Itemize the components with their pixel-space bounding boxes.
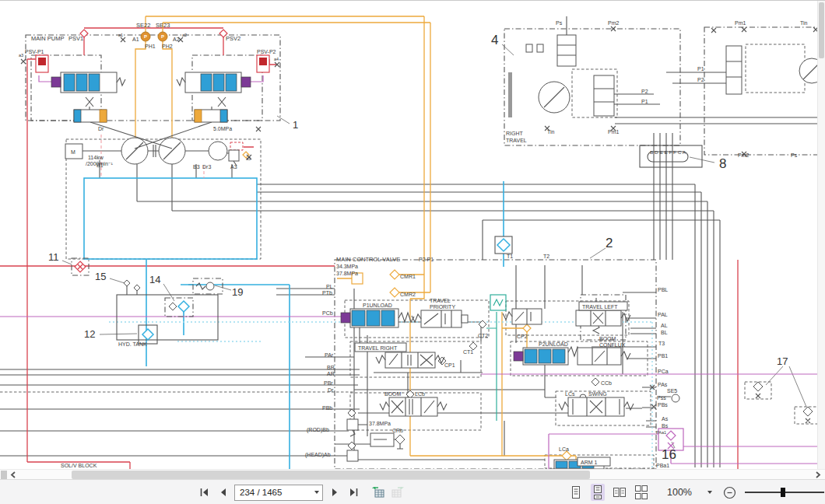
label-p2p1: P2 P1: [419, 257, 434, 262]
label-343mpa: 34.3MPa: [336, 264, 358, 269]
callout-8: 8: [719, 156, 726, 171]
label-al: AL: [661, 323, 668, 328]
label-ph2: PH2: [162, 44, 173, 49]
page-navigation-cluster: [197, 480, 404, 504]
label-se23: SE23: [156, 22, 170, 29]
label-main-pump: MAIN PUMP: [31, 35, 65, 42]
callout-14: 14: [149, 274, 160, 285]
next-view-button[interactable]: [390, 484, 404, 501]
label-right-travel-1: RIGHT: [506, 131, 524, 136]
label-p1-lt: P1: [697, 66, 704, 72]
label-a3-port: A3: [230, 164, 237, 170]
label-p2unload: P2UNLOAD: [539, 341, 568, 347]
label-psv-p1: PSV-P1: [25, 49, 44, 54]
label-pbl: PBL: [658, 287, 668, 292]
label-378mpa: 37.8MPa: [336, 271, 358, 276]
next-page-icon: [331, 488, 339, 497]
zoom-out-button[interactable]: [723, 484, 737, 501]
callout-12: 12: [84, 328, 95, 340]
label-arm1: ARM 1: [581, 460, 598, 465]
facing-view-button[interactable]: [613, 484, 627, 501]
viewer-toolbar: 100%: [0, 479, 825, 504]
next-page-button[interactable]: [328, 484, 342, 501]
label-cmr2: CMR2: [400, 292, 416, 297]
continuous-facing-view-button[interactable]: [634, 484, 648, 501]
label-b3: B3: [193, 164, 200, 170]
label-a2-port: A2: [173, 37, 180, 42]
label-pbb: PBb: [322, 405, 332, 411]
label-br: BR: [327, 365, 335, 370]
label-paa1: PAa1: [656, 430, 666, 435]
horizontal-scrollbar[interactable]: [0, 469, 825, 480]
connector-letters: B D E E F F C A: [650, 150, 686, 155]
label-rod-bb: (ROD)Bb: [307, 427, 329, 433]
document-area[interactable]: MAIN PUMP PSV1 PSV-P1 PSV2 PSV-P2 SE22 S…: [0, 1, 825, 469]
vertical-scrollbar[interactable]: [817, 1, 825, 469]
label-psv2: PSV2: [226, 35, 240, 42]
label-pm2-lt: Pm2: [738, 152, 750, 158]
label-5mpa: 5.0MPa: [213, 126, 232, 131]
label-ccb: CCb: [601, 380, 612, 386]
vertical-scrollbar-thumb[interactable]: [819, 2, 824, 58]
zoom-dropdown-caret-icon[interactable]: [707, 491, 712, 494]
label-pm1-rt: Pm1: [608, 129, 620, 135]
label-tin-lt: Tin: [800, 20, 808, 26]
label-mcv: MAIN CONTROL VALVE: [336, 256, 400, 263]
callout-15: 15: [95, 271, 106, 282]
label-kw: 114kw: [88, 155, 104, 160]
label-bs: Bs: [662, 423, 669, 429]
label-motor-m: M: [71, 149, 75, 155]
label-solv-block: SOL/V BLOCK: [61, 463, 97, 468]
zoom-slider-handle[interactable]: [781, 488, 785, 497]
label-dr-mcv: Dr: [328, 387, 334, 393]
label-as: As: [662, 416, 669, 422]
zoom-slider[interactable]: [745, 485, 824, 499]
label-ar: AR: [327, 371, 335, 376]
label-a1-pilot: a1: [118, 33, 123, 37]
first-page-icon: [199, 488, 209, 497]
horizontal-scrollbar-thumb[interactable]: [72, 471, 590, 479]
label-cmr1: CMR1: [400, 274, 416, 279]
callout-2: 2: [606, 236, 613, 250]
sensor-p1-glyph: P: [144, 34, 147, 39]
label-t2: T2: [543, 254, 549, 259]
last-page-button[interactable]: [346, 484, 360, 501]
label-se22: SE22: [136, 22, 150, 29]
previous-page-button[interactable]: [216, 484, 230, 501]
pdf-viewer-window: MAIN PUMP PSV1 PSV-P1 PSV2 PSV-P2 SE22 S…: [0, 0, 825, 504]
label-psv-p2: PSV-P2: [257, 49, 276, 54]
label-pcb: PCb: [322, 310, 333, 316]
label-ct1: CT1: [463, 349, 473, 355]
sensor-p2-glyph: P: [161, 34, 164, 39]
label-boom-conflux-2: CONFLUX: [599, 342, 626, 348]
page-number-input[interactable]: [235, 488, 311, 497]
label-378mpa-b: 37.8MPa: [369, 421, 391, 426]
zoom-layout-cluster: 100%: [569, 480, 825, 504]
label-p1-rt: P1: [641, 99, 648, 104]
callout-17: 17: [777, 355, 788, 367]
label-ps-rt: Ps: [556, 20, 563, 26]
single-page-view-button[interactable]: [569, 484, 583, 501]
label-se5: SE5: [667, 388, 677, 394]
continuous-view-button[interactable]: [591, 484, 605, 501]
label-dr3: Dr3: [202, 164, 211, 170]
label-pm2-rt: Pm2: [608, 20, 620, 26]
label-p2-rt: P2: [641, 89, 648, 94]
label-crb: CRb: [392, 428, 403, 433]
label-cp2: CP2: [517, 334, 528, 339]
schematic-diagram: MAIN PUMP PSV1 PSV-P1 PSV2 PSV-P2 SE22 S…: [0, 1, 825, 469]
previous-view-button[interactable]: [371, 484, 385, 501]
callout-16: 16: [662, 447, 676, 462]
label-pba1: PBa1: [656, 463, 669, 468]
callout-1: 1: [293, 119, 298, 131]
callout-19: 19: [232, 286, 243, 298]
label-pca: PCa: [658, 369, 669, 374]
label-tin-rt: Tin: [547, 129, 555, 135]
label-pb1: PB1: [658, 353, 668, 359]
label-p1unload: P1UNLOAD: [363, 303, 392, 308]
label-psv1: PSV1: [68, 35, 83, 42]
label-ptb: PTb: [322, 290, 332, 296]
label-boom-conflux-1: BOOM: [599, 336, 616, 341]
first-page-button[interactable]: [197, 484, 211, 501]
page-dropdown-caret-icon[interactable]: [314, 491, 319, 494]
